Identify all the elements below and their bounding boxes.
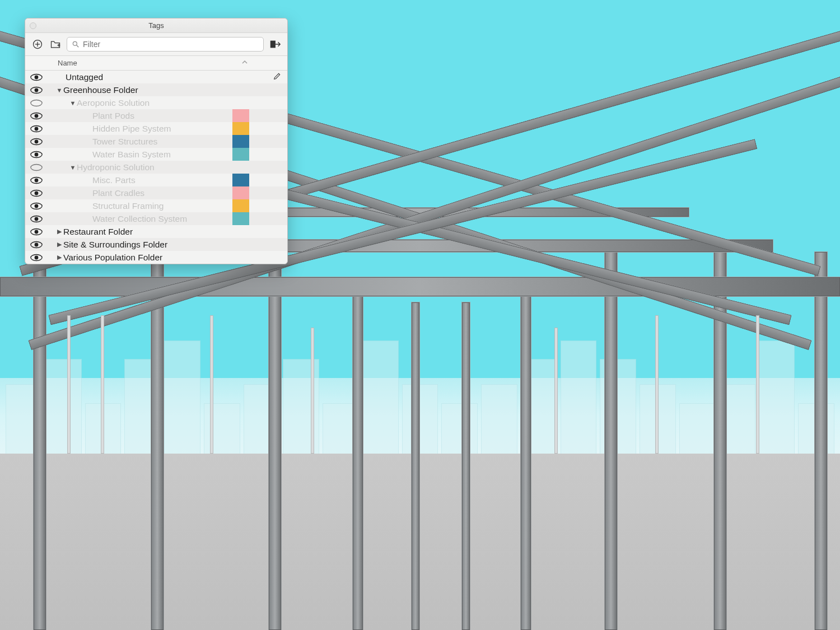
tag-row[interactable]: Structural Framing: [25, 199, 287, 212]
column-header-name[interactable]: Name: [58, 59, 77, 67]
tag-label: Misc. Parts: [92, 175, 136, 185]
tag-row[interactable]: Hidden Pipe System: [25, 122, 287, 135]
panel-toolbar: [25, 33, 287, 56]
column: [269, 252, 281, 630]
tag-label: Hidden Pipe System: [92, 124, 171, 134]
tag-row[interactable]: ▶ Various Population Folder: [25, 251, 287, 264]
tag-row[interactable]: ▼ Aeroponic Solution: [25, 96, 287, 109]
color-swatch[interactable]: [232, 135, 249, 148]
color-swatch[interactable]: [232, 174, 249, 186]
svg-point-35: [35, 256, 38, 259]
color-swatch[interactable]: [232, 122, 249, 135]
tags-panel: Tags Name Untagged: [25, 18, 288, 264]
svg-point-29: [35, 217, 38, 221]
tag-row[interactable]: Water Basin System: [25, 148, 287, 161]
disclosure-triangle-icon[interactable]: ▼: [69, 164, 77, 171]
tag-label: Water Collection System: [92, 214, 187, 224]
filter-input[interactable]: [83, 40, 259, 49]
sort-caret-icon[interactable]: [241, 59, 248, 67]
svg-line-6: [77, 45, 79, 48]
svg-point-25: [35, 192, 38, 195]
column: [521, 283, 531, 630]
visibility-toggle[interactable]: [25, 73, 48, 81]
disclosure-triangle-icon[interactable]: ▶: [55, 228, 63, 235]
tag-row[interactable]: Water Collection System: [25, 212, 287, 225]
svg-point-16: [35, 127, 38, 130]
visibility-toggle[interactable]: [25, 86, 48, 94]
svg-point-9: [35, 76, 38, 79]
tag-label: Untagged: [66, 72, 103, 82]
tag-label: Aeroponic Solution: [77, 98, 150, 108]
tag-row[interactable]: Plant Cradles: [25, 186, 287, 199]
tag-label: Hydroponic Solution: [77, 162, 155, 172]
tag-list: Untagged ▼ Greenhouse Folder ▼ Aeroponic…: [25, 71, 287, 264]
filter-search[interactable]: [67, 37, 264, 52]
tag-label: Various Population Folder: [63, 253, 162, 263]
visibility-toggle[interactable]: [25, 125, 48, 133]
disclosure-triangle-icon[interactable]: ▶: [55, 241, 63, 248]
tag-row[interactable]: Misc. Parts: [25, 174, 287, 186]
color-swatch[interactable]: [232, 199, 249, 212]
tag-label: Plant Pods: [92, 111, 134, 121]
search-icon: [72, 40, 80, 48]
svg-rect-7: [270, 41, 276, 48]
visibility-toggle[interactable]: [25, 228, 48, 236]
column: [815, 252, 827, 630]
tag-label: Plant Cradles: [92, 188, 144, 198]
tag-row[interactable]: Plant Pods: [25, 109, 287, 122]
color-swatch[interactable]: [232, 148, 249, 161]
tag-label: Greenhouse Folder: [63, 85, 138, 95]
svg-point-5: [73, 41, 77, 45]
column: [353, 283, 363, 630]
panel-title: Tags: [148, 21, 164, 30]
visibility-toggle[interactable]: [25, 254, 48, 262]
beam: [0, 277, 840, 296]
details-flyout-button[interactable]: [268, 38, 282, 51]
visibility-toggle[interactable]: [25, 112, 48, 120]
close-icon[interactable]: [30, 22, 36, 29]
visibility-toggle[interactable]: [25, 215, 48, 223]
visibility-toggle[interactable]: [25, 202, 48, 210]
add-tag-folder-button[interactable]: [49, 38, 62, 51]
add-tag-button[interactable]: [31, 38, 44, 51]
column-header-row: Name: [25, 56, 287, 71]
column: [412, 302, 419, 630]
disclosure-triangle-icon[interactable]: ▶: [55, 254, 63, 261]
color-swatch[interactable]: [232, 212, 249, 225]
column: [605, 252, 617, 630]
disclosure-triangle-icon[interactable]: ▼: [55, 87, 63, 94]
tag-row[interactable]: Untagged: [25, 71, 287, 83]
visibility-toggle[interactable]: [25, 138, 48, 146]
color-swatch[interactable]: [232, 186, 249, 199]
svg-point-27: [35, 204, 38, 208]
visibility-toggle[interactable]: [25, 151, 48, 158]
svg-point-20: [35, 153, 38, 156]
tag-row[interactable]: ▶ Site & Surroundings Folder: [25, 238, 287, 251]
tag-label: Tower Structures: [92, 137, 157, 147]
edit-pencil-icon[interactable]: [273, 72, 282, 83]
visibility-toggle[interactable]: [25, 241, 48, 249]
disclosure-triangle-icon[interactable]: ▼: [69, 100, 77, 106]
color-swatch[interactable]: [232, 109, 249, 122]
tag-label: Restaurant Folder: [63, 227, 133, 237]
column: [34, 252, 46, 630]
tag-row[interactable]: ▼ Hydroponic Solution: [25, 161, 287, 174]
tag-label: Water Basin System: [92, 150, 171, 160]
tag-row[interactable]: Tower Structures: [25, 135, 287, 148]
column: [462, 302, 470, 630]
visibility-toggle[interactable]: [25, 164, 48, 171]
svg-point-21: [31, 164, 42, 170]
svg-point-33: [35, 243, 38, 246]
tag-row[interactable]: ▼ Greenhouse Folder: [25, 83, 287, 96]
panel-titlebar[interactable]: Tags: [25, 18, 287, 33]
svg-point-14: [35, 114, 38, 118]
tag-label: Site & Surroundings Folder: [63, 240, 167, 250]
svg-point-31: [35, 230, 38, 234]
tag-row[interactable]: ▶ Restaurant Folder: [25, 225, 287, 238]
visibility-toggle[interactable]: [25, 189, 48, 197]
visibility-toggle[interactable]: [25, 176, 48, 184]
svg-point-18: [35, 140, 38, 143]
svg-point-12: [31, 100, 42, 106]
svg-point-23: [35, 179, 38, 182]
visibility-toggle[interactable]: [25, 99, 48, 107]
